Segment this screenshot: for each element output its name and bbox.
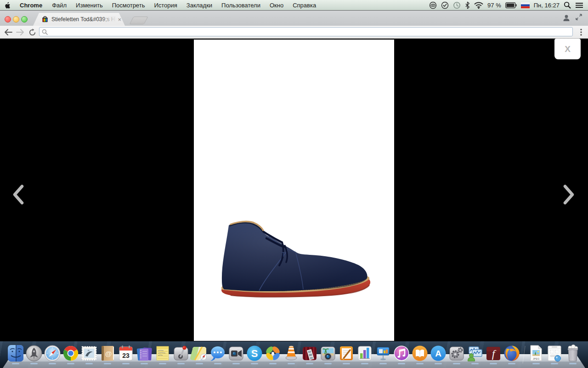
pages-icon (337, 344, 356, 362)
dock-notes[interactable] (153, 344, 172, 364)
address-input[interactable] (50, 28, 570, 35)
three-dot-menu-icon (580, 29, 582, 36)
dock-indicator (122, 363, 130, 364)
lightbox-close-label: X (565, 44, 571, 54)
menu-history[interactable]: История (149, 2, 181, 9)
check-circle-icon[interactable] (441, 1, 449, 9)
dock-jpeg-file[interactable]: JPEG (527, 344, 545, 364)
browser-tab[interactable]: Stiefeletten Tod&#039;s Herre × (33, 13, 125, 26)
menu-bookmarks[interactable]: Закладки (182, 2, 217, 9)
dock-lever-utility[interactable] (172, 344, 190, 364)
dock-skype[interactable]: S (245, 344, 264, 364)
dock-chrome[interactable] (62, 344, 80, 364)
new-tab-button[interactable] (129, 17, 148, 24)
dock-indicator (251, 363, 258, 364)
dock-appstore[interactable]: A (429, 344, 447, 364)
wifi-icon[interactable] (474, 2, 483, 9)
dock-indicator (379, 363, 387, 364)
notification-center-icon[interactable] (575, 2, 583, 8)
menu-window[interactable]: Окно (265, 2, 288, 9)
svg-text:JPEG: JPEG (532, 357, 539, 360)
dock-indicator (288, 363, 295, 364)
dock-maps[interactable] (190, 344, 209, 364)
menu-help[interactable]: Справка (288, 2, 321, 9)
svg-text:@: @ (105, 350, 112, 357)
dock-installer[interactable] (545, 344, 564, 364)
window-close-button[interactable] (5, 16, 11, 23)
forward-button[interactable] (15, 27, 25, 37)
dock-finder[interactable] (6, 344, 25, 364)
dock-indicator (306, 363, 313, 364)
calendar-icon: 23 (117, 344, 135, 362)
back-button[interactable] (3, 27, 13, 37)
dock-calendar[interactable]: 23 (117, 344, 135, 364)
flag-russia-icon[interactable] (521, 2, 530, 8)
tab-strip: Stiefeletten Tod&#039;s Herre × (0, 10, 588, 26)
menu-chrome[interactable]: Chrome (15, 2, 47, 9)
menu-clock[interactable]: Пн, 16:27 (534, 2, 560, 9)
browser-menu-button[interactable] (576, 27, 586, 37)
shoe-illustration: T (194, 40, 394, 341)
dock-keynote[interactable] (374, 344, 392, 364)
dock-indicator (361, 363, 368, 364)
forward-arrow-icon (16, 29, 24, 35)
dock-messages[interactable] (209, 344, 227, 364)
dock-indicator (214, 363, 221, 364)
address-bar[interactable] (39, 27, 573, 36)
dock-facetime[interactable] (227, 344, 245, 364)
dock-mail[interactable] (80, 344, 98, 364)
window-minimize-button[interactable] (13, 16, 19, 23)
dock-pinwheel[interactable] (264, 344, 282, 364)
bluetooth-icon[interactable] (465, 1, 470, 9)
dock-pages[interactable] (337, 344, 356, 364)
lightbox-backdrop[interactable]: T X (0, 39, 588, 341)
dock-indicator (67, 363, 74, 364)
window-zoom-button[interactable] (21, 16, 28, 23)
dock-vlc[interactable] (282, 344, 300, 364)
eye-circle-icon[interactable] (429, 1, 437, 9)
menu-edit[interactable]: Изменить (71, 2, 107, 9)
chrome-icon (62, 344, 80, 362)
dock-indicator (49, 363, 56, 364)
dock-ibooks[interactable] (411, 344, 429, 364)
next-arrow-icon[interactable] (562, 184, 575, 205)
menu-view[interactable]: Посмотреть (107, 2, 150, 9)
prev-arrow-icon[interactable] (12, 184, 25, 205)
reload-button[interactable] (27, 27, 37, 37)
fullscreen-icon[interactable] (575, 13, 582, 21)
svg-text:23: 23 (122, 352, 130, 359)
dock-indicator (159, 363, 166, 364)
dock-indicator (416, 363, 424, 364)
apple-menu[interactable] (0, 2, 15, 9)
dock-iphoto[interactable] (319, 344, 337, 364)
menu-file[interactable]: Файл (47, 2, 71, 9)
apple-logo-icon (5, 2, 11, 9)
dock-launchpad[interactable] (25, 344, 43, 364)
battery-icon[interactable] (505, 2, 517, 8)
firefox-icon (503, 344, 521, 362)
installer-window-icon (545, 344, 564, 362)
dock-numbers[interactable] (356, 344, 374, 364)
tab-close-icon[interactable]: × (117, 17, 122, 23)
dock-safari[interactable] (43, 344, 62, 364)
app-store-icon: A (429, 344, 447, 362)
dock-contacts[interactable]: @ (98, 344, 117, 364)
dock-itunes[interactable] (392, 344, 411, 364)
launchpad-icon (25, 344, 43, 362)
dock-indicator (104, 363, 111, 364)
dock-user-monitor[interactable] (466, 344, 484, 364)
dock-photobooth[interactable] (300, 344, 319, 364)
time-machine-icon[interactable] (453, 1, 461, 9)
profile-icon[interactable] (562, 14, 571, 22)
menu-users[interactable]: Пользователи (217, 2, 265, 9)
dock-indicator (30, 363, 38, 364)
mail-icon (80, 344, 98, 362)
dock-system-preferences[interactable] (447, 344, 466, 364)
system-preferences-icon (447, 344, 466, 362)
dock-notebooks[interactable] (135, 344, 153, 364)
dock-firefox[interactable] (503, 344, 521, 364)
dock-flash-installer[interactable]: f (484, 344, 503, 364)
dock-trash[interactable] (564, 344, 582, 364)
lightbox-close-button[interactable]: X (554, 39, 581, 59)
spotlight-search-icon[interactable] (564, 1, 571, 9)
